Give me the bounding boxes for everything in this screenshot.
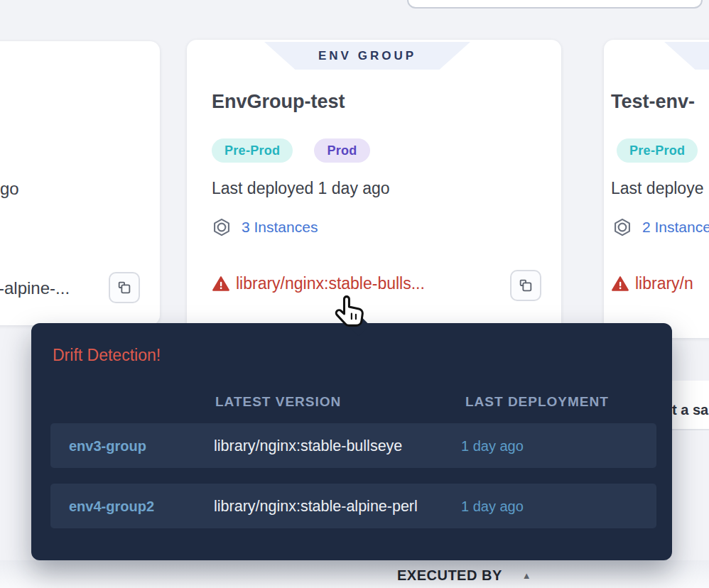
env-group-ribbon: ENV GROUP [664, 42, 709, 70]
table-header-band [0, 560, 709, 588]
search-bar[interactable] [407, 0, 703, 9]
tag-pre-prod: Pre-Prod [617, 138, 698, 163]
last-deployed-text: Last deploye [611, 179, 703, 198]
env-group-link[interactable]: env4-group2 [69, 498, 154, 514]
table-row: env3-group library/nginx:stable-bullseye… [50, 423, 656, 468]
drift-image-link[interactable]: library/n [611, 274, 693, 293]
hexagon-icon [212, 217, 232, 237]
warning-triangle-icon [212, 275, 230, 293]
environment-tags: Pre-Prod Prod [212, 138, 370, 163]
ribbon-label: ENV GROUP [318, 49, 416, 63]
latest-version-value: library/nginx:stable-alpine-perl [214, 497, 418, 515]
image-name-fragment: -alpine-... [0, 278, 70, 298]
environment-tags: Pre-Prod [617, 138, 698, 163]
env-card-envgroup-test[interactable]: ENV GROUP EnvGroup-test Pre-Prod Prod La… [187, 40, 561, 338]
tag-pre-prod: Pre-Prod [212, 138, 293, 163]
last-deployment-value: 1 day ago [461, 437, 524, 454]
env-group-ribbon: ENV GROUP [264, 42, 470, 70]
drift-detection-tooltip: Drift Detection! LATEST VERSION LAST DEP… [31, 323, 672, 560]
caret-up-icon: ▲ [522, 570, 531, 581]
env-group-link[interactable]: env3-group [69, 437, 146, 454]
env-card-test-env[interactable]: ENV GROUP Test-env- Pre-Prod Last deploy… [604, 40, 709, 338]
copy-icon [117, 280, 132, 295]
instances-link[interactable]: 2 Instance [612, 217, 709, 237]
executed-by-label: EXECUTED BY [397, 567, 502, 584]
drift-image-text: library/nginx:stable-bulls... [236, 274, 425, 293]
latest-version-value: library/nginx:stable-bullseye [214, 437, 402, 454]
instances-link[interactable]: 3 Instances [212, 217, 318, 237]
background-text-fragment: t a sa [672, 381, 709, 430]
last-deployed-fragment: go [0, 179, 19, 199]
column-header-last-deployment: LAST DEPLOYMENT [465, 394, 609, 410]
card-title: Test-env- [611, 91, 695, 113]
tag-prod: Prod [314, 138, 369, 163]
tooltip-title: Drift Detection! [53, 346, 161, 365]
last-deployment-value: 1 day ago [461, 498, 524, 514]
executed-by-column-header[interactable]: EXECUTED BY ▲ [397, 567, 531, 584]
copy-icon [518, 278, 534, 293]
instances-label: 2 Instance [642, 219, 709, 236]
table-row: env4-group2 library/nginx:stable-alpine-… [50, 484, 656, 528]
screen: go -alpine-... ENV GROUP EnvGroup-test P… [0, 0, 709, 588]
drift-image-link[interactable]: library/nginx:stable-bulls... [212, 274, 425, 293]
column-header-latest-version: LATEST VERSION [215, 394, 341, 410]
env-card-left[interactable]: go -alpine-... [0, 41, 160, 325]
warning-triangle-icon [611, 275, 629, 293]
hexagon-icon [612, 217, 632, 237]
drift-image-text: library/n [635, 274, 693, 293]
copy-button[interactable] [510, 270, 541, 301]
copy-button[interactable] [109, 272, 140, 303]
instances-label: 3 Instances [242, 219, 318, 236]
card-title: EnvGroup-test [212, 91, 345, 113]
last-deployed-text: Last deployed 1 day ago [212, 179, 390, 198]
